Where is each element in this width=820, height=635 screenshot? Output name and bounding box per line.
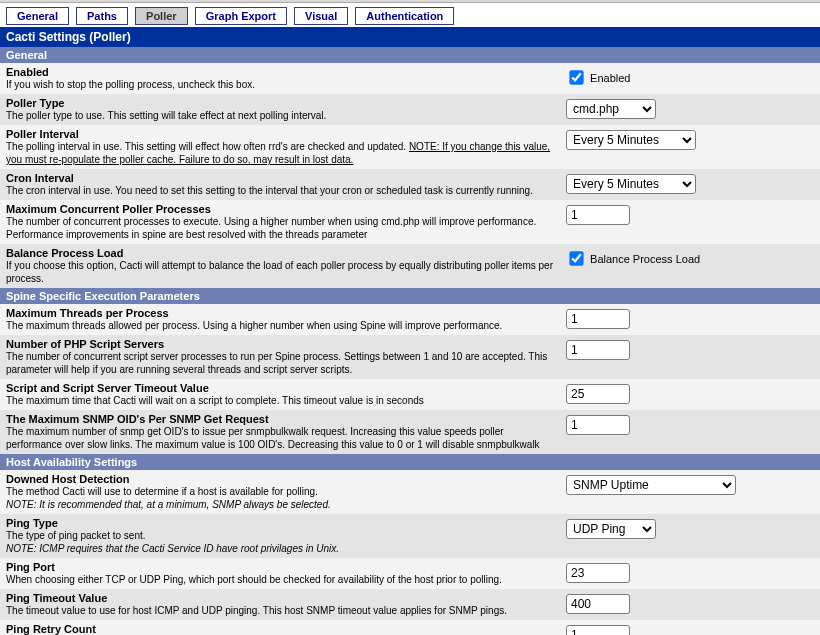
script-timeout-input[interactable] <box>566 384 630 404</box>
field-desc: The maximum number of snmp get OID's to … <box>6 425 556 451</box>
field-title: Number of PHP Script Servers <box>6 338 556 350</box>
field-desc: If you wish to stop the polling process,… <box>6 78 556 91</box>
page-title: Cacti Settings (Poller) <box>0 27 820 47</box>
ping-retry-input[interactable] <box>566 625 630 635</box>
field-title: Maximum Threads per Process <box>6 307 556 319</box>
field-desc: If you choose this option, Cacti will at… <box>6 259 556 285</box>
field-title: Ping Port <box>6 561 556 573</box>
row-poller-interval: Poller Interval The polling interval in … <box>0 125 820 169</box>
max-concurrent-input[interactable] <box>566 205 630 225</box>
settings-page: General Paths Poller Graph Export Visual… <box>0 0 820 635</box>
field-desc: The number of concurrent processes to ex… <box>6 215 556 241</box>
field-desc: When choosing either TCP or UDP Ping, wh… <box>6 573 556 586</box>
row-enabled: Enabled If you wish to stop the polling … <box>0 63 820 94</box>
max-threads-input[interactable] <box>566 309 630 329</box>
tab-graph-export[interactable]: Graph Export <box>195 7 287 25</box>
row-ping-port: Ping Port When choosing either TCP or UD… <box>0 558 820 589</box>
row-max-concurrent: Maximum Concurrent Poller Processes The … <box>0 200 820 244</box>
balance-load-checkbox[interactable] <box>569 251 583 265</box>
field-desc: The timeout value to use for host ICMP a… <box>6 604 556 617</box>
field-title: Downed Host Detection <box>6 473 556 485</box>
field-desc: The method Cacti will use to determine i… <box>6 485 556 511</box>
tab-authentication[interactable]: Authentication <box>355 7 454 25</box>
poller-type-select[interactable]: cmd.php <box>566 99 656 119</box>
row-max-threads: Maximum Threads per Process The maximum … <box>0 304 820 335</box>
tab-bar: General Paths Poller Graph Export Visual… <box>0 3 820 27</box>
tab-visual[interactable]: Visual <box>294 7 348 25</box>
field-desc: The number of concurrent script server p… <box>6 350 556 376</box>
field-desc: The cron interval in use. You need to se… <box>6 184 556 197</box>
field-title: Ping Retry Count <box>6 623 556 635</box>
enabled-checkbox-label: Enabled <box>590 72 630 84</box>
cron-interval-select[interactable]: Every 5 Minutes <box>566 174 696 194</box>
desc-note: NOTE: It is recommended that, at a minim… <box>6 499 331 510</box>
row-php-servers: Number of PHP Script Servers The number … <box>0 335 820 379</box>
row-balance-load: Balance Process Load If you choose this … <box>0 244 820 288</box>
section-header-spine: Spine Specific Execution Parameters <box>0 288 820 304</box>
field-title: Cron Interval <box>6 172 556 184</box>
field-title: Enabled <box>6 66 556 78</box>
balance-load-checkbox-label: Balance Process Load <box>590 253 700 265</box>
downed-detect-select[interactable]: SNMP Uptime <box>566 475 736 495</box>
field-desc: The type of ping packet to sent. NOTE: I… <box>6 529 556 555</box>
max-oids-input[interactable] <box>566 415 630 435</box>
field-title: Maximum Concurrent Poller Processes <box>6 203 556 215</box>
field-title: Ping Type <box>6 517 556 529</box>
row-ping-retry: Ping Retry Count The number of times Cac… <box>0 620 820 635</box>
section-header-host-avail: Host Availability Settings <box>0 454 820 470</box>
row-downed-detect: Downed Host Detection The method Cacti w… <box>0 470 820 514</box>
row-ping-timeout: Ping Timeout Value The timeout value to … <box>0 589 820 620</box>
field-title: Ping Timeout Value <box>6 592 556 604</box>
field-title: Poller Interval <box>6 128 556 140</box>
field-title: Poller Type <box>6 97 556 109</box>
field-title: Balance Process Load <box>6 247 556 259</box>
enabled-checkbox[interactable] <box>569 70 583 84</box>
desc-text: The method Cacti will use to determine i… <box>6 486 318 497</box>
field-desc: The poller type to use. This setting wil… <box>6 109 556 122</box>
tab-poller[interactable]: Poller <box>135 7 188 25</box>
desc-text: The polling interval in use. This settin… <box>6 141 409 152</box>
tab-paths[interactable]: Paths <box>76 7 128 25</box>
row-max-oids: The Maximum SNMP OID's Per SNMP Get Requ… <box>0 410 820 454</box>
row-cron-interval: Cron Interval The cron interval in use. … <box>0 169 820 200</box>
row-ping-type: Ping Type The type of ping packet to sen… <box>0 514 820 558</box>
field-title: Script and Script Server Timeout Value <box>6 382 556 394</box>
ping-timeout-input[interactable] <box>566 594 630 614</box>
php-servers-input[interactable] <box>566 340 630 360</box>
row-poller-type: Poller Type The poller type to use. This… <box>0 94 820 125</box>
field-desc: The maximum threads allowed per process.… <box>6 319 556 332</box>
tab-general[interactable]: General <box>6 7 69 25</box>
ping-port-input[interactable] <box>566 563 630 583</box>
field-desc: The polling interval in use. This settin… <box>6 140 556 166</box>
desc-note: NOTE: ICMP requires that the Cacti Servi… <box>6 543 339 554</box>
poller-interval-select[interactable]: Every 5 Minutes <box>566 130 696 150</box>
section-header-general: General <box>0 47 820 63</box>
field-desc: The maximum time that Cacti will wait on… <box>6 394 556 407</box>
field-title: The Maximum SNMP OID's Per SNMP Get Requ… <box>6 413 556 425</box>
desc-text: The type of ping packet to sent. <box>6 530 146 541</box>
ping-type-select[interactable]: UDP Ping <box>566 519 656 539</box>
row-script-timeout: Script and Script Server Timeout Value T… <box>0 379 820 410</box>
